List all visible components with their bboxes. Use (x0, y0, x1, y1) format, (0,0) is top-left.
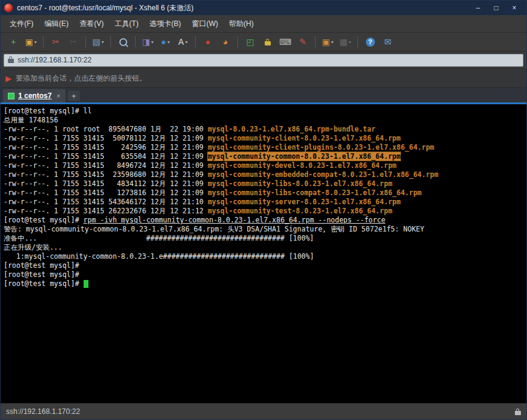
address-text: ssh://192.168.1.170:22 (18, 56, 91, 64)
terminal-line: -rw-r--r--. 1 7155 31415 23598680 12月 12… (4, 170, 523, 179)
maximize-button[interactable]: □ (488, 2, 505, 13)
keyboard-icon: ⌨ (279, 38, 291, 46)
terminal-line: 正在升级/安装... (4, 243, 523, 252)
terminal[interactable]: [root@test mysql]# ll总用量 1748156-rw-r--r… (1, 104, 526, 403)
open-folder-icon[interactable]: ▣▾ (23, 35, 39, 48)
terminal-line: -rw-r--r--. 1 7155 31415 242596 12月 12 2… (4, 143, 523, 152)
window-layout-icon[interactable]: ▦▾ (337, 35, 353, 48)
status-lock-icon (515, 411, 521, 415)
chevron-down-icon[interactable]: ▾ (185, 39, 188, 45)
terminal-line: -rw-r--r--. 1 7155 31415 543646172 12月 1… (4, 198, 523, 207)
window-controls: – □ × (469, 2, 523, 13)
terminal-line: [root@test mysql]# (4, 270, 523, 279)
disconnect-icon: ✂ (52, 38, 59, 46)
help-icon[interactable]: ? (362, 35, 378, 48)
xshell-logo-icon (4, 4, 13, 12)
web-browser-icon: ● (161, 38, 166, 46)
window-title: centos7 - root@test:/usr/local/mysql - X… (17, 3, 469, 13)
highlight-pen-icon[interactable]: ✎ (295, 35, 311, 48)
new-window-icon: ▤ (92, 38, 100, 46)
reconnect-icon[interactable]: ✂ (65, 35, 81, 48)
open-folder-icon: ▣ (25, 38, 33, 46)
terminal-line: [root@test mysql]# rpm -ivh mysql-commun… (4, 216, 523, 225)
terminal-line: -rw-r--r--. 1 7155 31415 1273816 12月 12 … (4, 188, 523, 198)
connected-indicator-icon (8, 93, 15, 99)
chevron-down-icon[interactable]: ▾ (167, 39, 170, 45)
toolbar-separator (110, 36, 111, 47)
fullscreen-icon[interactable]: ◰ (242, 35, 258, 48)
file-manager-icon[interactable]: ▣▾ (320, 35, 336, 48)
notice-text: 要添加当前会话，点击左侧的箭头按钮。 (16, 73, 147, 84)
terminal-line: -rw-r--r--. 1 7155 31415 8496724 12月 12 … (4, 161, 523, 170)
toolbar-separator (195, 36, 196, 47)
chevron-down-icon[interactable]: ▾ (102, 39, 104, 45)
feedback-icon[interactable]: ✉ (380, 35, 396, 48)
terminal-line: 总用量 1748156 (4, 116, 523, 125)
file-manager-icon: ▣ (322, 38, 330, 46)
highlight-pen-icon: ✎ (299, 38, 307, 46)
menu-item[interactable]: 选项卡(B) (144, 16, 187, 32)
terminal-line: -rw-r--r--. 1 7155 31415 262232676 12月 1… (4, 207, 523, 216)
terminal-line: 警告: mysql-community-common-8.0.23-1.el7.… (4, 225, 523, 234)
new-session-icon[interactable]: + (5, 35, 21, 48)
toolbar: +▣▾✂✂▤▾◨▾●▾A▾●◕◰⌨✎▣▾▦▾?✉ (1, 33, 526, 52)
terminal-line: 准备中... #################################… (4, 234, 523, 243)
chevron-down-icon[interactable]: ▾ (349, 39, 351, 45)
menu-item[interactable]: 帮助(H) (224, 16, 259, 32)
tab-centos7[interactable]: 1 centos7 × (3, 89, 65, 102)
minimize-button[interactable]: – (469, 2, 486, 13)
tab-bar: 1 centos7 × + (1, 88, 526, 104)
split-pane-icon[interactable]: ◨▾ (140, 35, 156, 48)
xshell-window: centos7 - root@test:/usr/local/mysql - X… (0, 0, 527, 420)
lock-screen-icon (265, 41, 271, 45)
xftp-ball-icon[interactable]: ◕ (217, 35, 233, 48)
find-icon (119, 38, 127, 46)
menu-item[interactable]: 文件(F) (4, 16, 39, 32)
menu-item[interactable]: 查看(V) (74, 16, 109, 32)
lock-icon (8, 59, 14, 63)
feedback-icon: ✉ (384, 38, 391, 46)
terminal-line: -rw-r--r--. 1 7155 31415 50078112 12月 12… (4, 134, 523, 143)
menu-bar: 文件(F)编辑(E)查看(V)工具(T)选项卡(B)窗口(W)帮助(H) (1, 15, 526, 33)
terminal-line: -rw-r--r--. 1 root root 895047680 1月 22 … (4, 125, 523, 134)
close-button[interactable]: × (506, 2, 523, 13)
terminal-line: 1:mysql-community-common-8.0.23-1.e#####… (4, 252, 523, 261)
menu-item[interactable]: 工具(T) (109, 16, 144, 32)
chevron-down-icon[interactable]: ▾ (151, 39, 154, 45)
chevron-down-icon[interactable]: ▾ (35, 39, 37, 45)
title-bar[interactable]: centos7 - root@test:/usr/local/mysql - X… (1, 1, 526, 15)
xftp-ball-icon: ◕ (223, 38, 228, 46)
find-icon[interactable] (115, 35, 131, 48)
terminal-line: [root@test mysql]# (4, 279, 523, 288)
notice-bar: ▶ 要添加当前会话，点击左侧的箭头按钮。 (1, 69, 526, 88)
reconnect-icon: ✂ (70, 38, 77, 46)
add-session-arrow-icon[interactable]: ▶ (5, 74, 12, 83)
terminal-line: [root@test mysql]# ll (4, 107, 523, 116)
lock-screen-icon[interactable] (260, 35, 276, 48)
help-icon: ? (366, 38, 375, 47)
font-color-icon: A (178, 38, 184, 46)
fullscreen-icon: ◰ (246, 38, 254, 46)
toolbar-separator (315, 36, 316, 47)
address-bar: ssh://192.168.1.170:22 (1, 52, 526, 69)
tab-close-icon[interactable]: × (56, 92, 60, 99)
new-window-icon[interactable]: ▤▾ (90, 35, 106, 48)
new-tab-button[interactable]: + (67, 90, 81, 102)
terminal-line: -rw-r--r--. 1 7155 31415 4834112 12月 12 … (4, 179, 523, 188)
disconnect-icon[interactable]: ✂ (48, 35, 64, 48)
window-layout-icon: ▦ (339, 38, 347, 46)
font-color-icon[interactable]: A▾ (175, 35, 191, 48)
terminal-line: -rw-r--r--. 1 7155 31415 635504 12月 12 2… (4, 152, 523, 161)
web-browser-icon[interactable]: ●▾ (157, 35, 173, 48)
keyboard-icon[interactable]: ⌨ (277, 35, 293, 48)
toolbar-separator (135, 36, 136, 47)
status-bar: ssh://192.168.1.170:22 (1, 403, 526, 419)
status-address: ssh://192.168.1.170:22 (6, 407, 80, 416)
xshell-ball-icon[interactable]: ● (200, 35, 216, 48)
chevron-down-icon[interactable]: ▾ (331, 39, 334, 45)
menu-item[interactable]: 编辑(E) (39, 16, 74, 32)
terminal-line: [root@test mysql]# (4, 261, 523, 270)
menu-item[interactable]: 窗口(W) (187, 16, 224, 32)
new-session-icon: + (11, 38, 16, 46)
address-field[interactable]: ssh://192.168.1.170:22 (4, 54, 523, 67)
